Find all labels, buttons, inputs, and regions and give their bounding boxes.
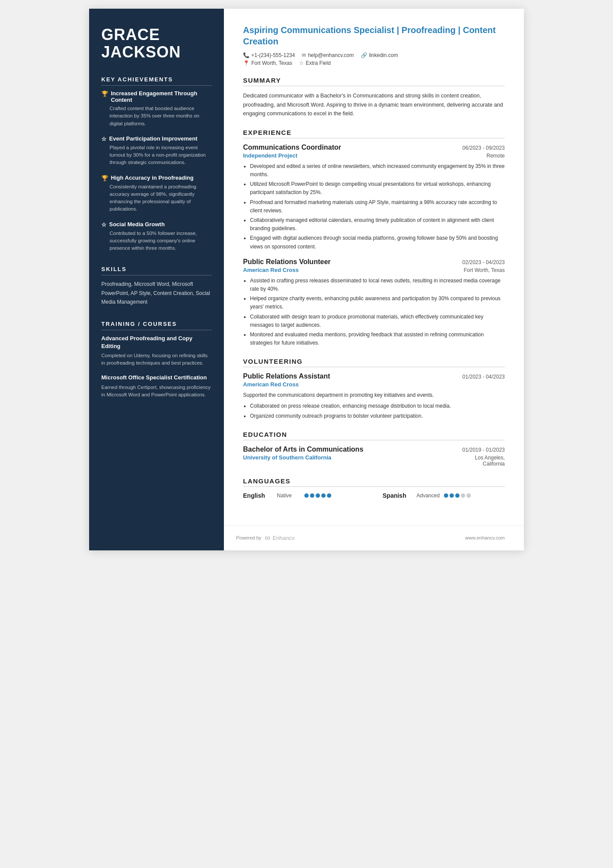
volunteer-item: Public Relations Assistant 01/2023 - 04/… (243, 372, 505, 420)
dot-filled (327, 493, 331, 498)
training-item: Microsoft Office Specialist Certificatio… (101, 374, 212, 399)
exp-bullet: Developed and edited a series of online … (250, 162, 505, 179)
exp-org: American Red Cross (243, 267, 299, 273)
language-item-english: English Native (243, 492, 365, 499)
exp-date: 06/2023 - 09/2023 (463, 145, 505, 151)
education-title: EDUCATION (243, 431, 505, 440)
exp-org-row: Independent Project Remote (243, 152, 505, 159)
contact-row2: 📍 Fort Worth, Texas ☆ Extra Field (243, 60, 505, 66)
footer-website: www.enhancv.com (465, 535, 505, 540)
experience-item: Public Relations Volunteer 02/2023 - 04/… (243, 258, 505, 348)
candidate-name: GRACE JACKSON (101, 26, 212, 60)
edu-location: Los Angeles, California (475, 455, 505, 467)
edu-org: University of Southern California (243, 454, 331, 461)
exp-job-title: Public Relations Volunteer (243, 258, 331, 266)
exp-bullets: Assisted in crafting press releases diss… (243, 277, 505, 348)
exp-date: 02/2023 - 04/2023 (463, 259, 505, 265)
skills-text: Proofreading, Microsoft Word, Microsoft … (101, 280, 212, 306)
sidebar: GRACE JACKSON KEY ACHIEVEMENTS 🏆 Increas… (89, 9, 224, 550)
training-title: TRAINING / COURSES (101, 321, 212, 330)
language-item-spanish: Spanish Advanced (383, 492, 505, 499)
footer-left: Powered by ∞ Enhancv (236, 533, 295, 543)
exp-bullet: Helped organize charity events, enhancin… (250, 295, 505, 311)
exp-bullets: Developed and edited a series of online … (243, 162, 505, 251)
vol-date: 01/2023 - 04/2023 (463, 374, 505, 380)
languages-section: LANGUAGES English Native (243, 477, 505, 499)
skills-title: SKILLS (101, 266, 212, 275)
email-icon: ✉ (302, 52, 306, 58)
edu-header: Bachelor of Arts in Communications 01/20… (243, 446, 505, 453)
lang-row: English Native Spanish Advance (243, 492, 505, 499)
summary-title: SUMMARY (243, 77, 505, 86)
training-item: Advanced Proofreading and Copy Editing C… (101, 335, 212, 367)
achievements-title: KEY ACHIEVEMENTS (101, 76, 212, 86)
enhancv-logo: ∞ Enhancv (265, 533, 294, 543)
dot-filled (455, 493, 460, 498)
trophy-icon: 🏆 (101, 90, 108, 97)
achievement-item: 🏆 High Accuracy in Proofreading Consiste… (101, 174, 212, 213)
summary-section: SUMMARY Dedicated communicator with a Ba… (243, 77, 505, 118)
exp-bullet: Assisted in crafting press releases diss… (250, 277, 505, 293)
edu-date: 01/2019 - 01/2023 (463, 447, 505, 453)
dot-empty (461, 493, 465, 498)
linkedin-icon: 🔗 (361, 52, 367, 58)
education-item: Bachelor of Arts in Communications 01/20… (243, 446, 505, 467)
exp-bullet: Collaborated with design team to produce… (250, 313, 505, 329)
exp-location: Fort Worth, Texas (464, 267, 505, 273)
linkedin-contact: 🔗 linkedin.com (361, 52, 398, 58)
email-contact: ✉ help@enhancv.com (302, 52, 353, 58)
phone-contact: 📞 +1-(234)-555-1234 (243, 52, 295, 58)
powered-by-label: Powered by (236, 535, 261, 540)
achievements-section: KEY ACHIEVEMENTS 🏆 Increased Engagement … (101, 76, 212, 252)
exp-header: Public Relations Volunteer 02/2023 - 04/… (243, 258, 505, 266)
dot-empty (466, 493, 471, 498)
skills-section: SKILLS Proofreading, Microsoft Word, Mic… (101, 266, 212, 306)
achievement-item: 🏆 Increased Engagement Through Content C… (101, 90, 212, 127)
location-icon: 📍 (243, 60, 250, 66)
vol-org: American Red Cross (243, 381, 299, 388)
vol-desc: Supported the communications department … (243, 391, 505, 399)
lang-dots-spanish (444, 493, 471, 498)
exp-org-row: American Red Cross Fort Worth, Texas (243, 267, 505, 273)
vol-bullet: Collaborated on press release creation, … (250, 402, 505, 410)
volunteering-section: VOLUNTEERING Public Relations Assistant … (243, 358, 505, 420)
lang-dots-english (304, 493, 331, 498)
achievement-item: ☆ Social Media Growth Contributed to a 5… (101, 221, 212, 252)
achievement-item: ☆ Event Participation Improvement Played… (101, 135, 212, 167)
training-section: TRAINING / COURSES Advanced Proofreading… (101, 321, 212, 399)
vol-org-row: American Red Cross (243, 381, 505, 388)
star-icon: ☆ (101, 221, 107, 228)
vol-job-title: Public Relations Assistant (243, 372, 330, 380)
footer: Powered by ∞ Enhancv www.enhancv.com (224, 525, 524, 550)
exp-bullet: Monitored and evaluated media mentions, … (250, 331, 505, 347)
exp-bullet: Utilized Microsoft PowerPoint to design … (250, 180, 505, 197)
exp-job-title: Communications Coordinator (243, 144, 341, 151)
phone-icon: 📞 (243, 52, 250, 58)
vol-bullet: Organized community outreach programs to… (250, 412, 505, 420)
star-icon: ☆ (101, 136, 107, 142)
education-section: EDUCATION Bachelor of Arts in Communicat… (243, 431, 505, 467)
lang-level: Advanced (416, 493, 440, 499)
exp-bullet: Engaged with digital audiences through s… (250, 234, 505, 251)
exp-header: Communications Coordinator 06/2023 - 09/… (243, 144, 505, 151)
lang-name: Spanish (383, 492, 413, 499)
experience-title: EXPERIENCE (243, 129, 505, 138)
exp-bullet: Collaboratively managed editorial calend… (250, 216, 505, 233)
enhancv-logo-icon: ∞ (265, 533, 270, 543)
dot-filled (444, 493, 448, 498)
star-contact-icon: ☆ (299, 60, 304, 66)
vol-header: Public Relations Assistant 01/2023 - 04/… (243, 372, 505, 380)
languages-title: LANGUAGES (243, 477, 505, 487)
volunteering-title: VOLUNTEERING (243, 358, 505, 367)
edu-degree: Bachelor of Arts in Communications (243, 446, 363, 453)
experience-item: Communications Coordinator 06/2023 - 09/… (243, 144, 505, 251)
dot-filled (304, 493, 309, 498)
summary-text: Dedicated communicator with a Bachelor's… (243, 91, 505, 118)
extra-contact: ☆ Extra Field (299, 60, 330, 66)
dot-filled (450, 493, 454, 498)
exp-bullet: Proofread and formatted marketing materi… (250, 198, 505, 215)
trophy-icon: 🏆 (101, 175, 108, 181)
brand-name: Enhancv (273, 535, 295, 541)
location-contact: 📍 Fort Worth, Texas (243, 60, 292, 66)
exp-location: Remote (486, 153, 505, 159)
